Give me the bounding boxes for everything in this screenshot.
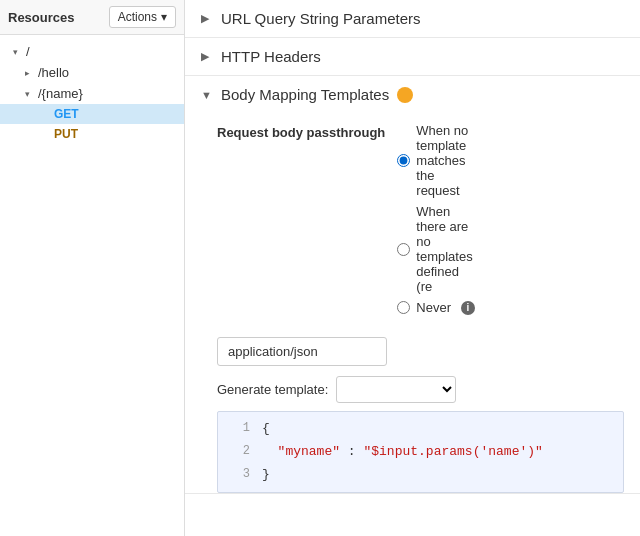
section-body-mapping: ▼ Body Mapping Templates Request body pa… — [185, 76, 640, 494]
line-num-3: 3 — [226, 465, 250, 486]
main-content: ▶ URL Query String Parameters ▶ HTTP Hea… — [185, 0, 640, 536]
sidebar-tree: ▾ / ▸ /hello ▾ /{name} GET PUT — [0, 35, 184, 536]
info-icon: i — [461, 301, 475, 315]
tree-label-get: GET — [54, 107, 79, 121]
tree-label-name: /{name} — [38, 86, 83, 101]
section-http-headers: ▶ HTTP Headers — [185, 38, 640, 76]
code-line-2: 2 "myname" : "$input.params('name')" — [218, 441, 623, 464]
section-http-headers-header[interactable]: ▶ HTTP Headers — [185, 38, 640, 75]
actions-label: Actions — [118, 10, 157, 24]
sidebar: Resources Actions ▾ ▾ / ▸ /hello ▾ /{nam… — [0, 0, 185, 536]
radio-label-3: Never — [416, 300, 451, 315]
radio-input-1[interactable] — [397, 154, 410, 167]
tree-item-get[interactable]: GET — [0, 104, 184, 124]
radio-option-3[interactable]: Never i — [397, 300, 475, 315]
line-content-1: { — [262, 419, 270, 440]
passthrough-row: Request body passthrough When no templat… — [185, 113, 640, 325]
content-type-input[interactable] — [217, 337, 387, 366]
section-url-query-arrow: ▶ — [201, 12, 213, 25]
collapse-icon-name: ▾ — [20, 87, 34, 101]
sidebar-title: Resources — [8, 10, 74, 25]
code-key: "myname" — [278, 444, 340, 459]
generate-label: Generate template: — [217, 382, 328, 397]
line-content-2: "myname" : "$input.params('name')" — [262, 442, 543, 463]
actions-chevron-icon: ▾ — [161, 10, 167, 24]
spacer-icon — [36, 107, 50, 121]
tree-label-root: / — [26, 44, 30, 59]
section-url-query-title: URL Query String Parameters — [221, 10, 421, 27]
radio-input-3[interactable] — [397, 301, 410, 314]
collapse-icon: ▾ — [8, 45, 22, 59]
radio-option-1[interactable]: When no template matches the request — [397, 123, 475, 198]
code-editor[interactable]: 1 { 2 "myname" : "$input.params('name')"… — [217, 411, 624, 493]
tree-item-put[interactable]: PUT — [0, 124, 184, 144]
tree-item-name[interactable]: ▾ /{name} — [0, 83, 184, 104]
template-area: Generate template: 1 { 2 "myname" : "$in… — [185, 325, 640, 493]
sidebar-header: Resources Actions ▾ — [0, 0, 184, 35]
tree-item-root[interactable]: ▾ / — [0, 41, 184, 62]
passthrough-label: Request body passthrough — [217, 123, 385, 140]
generate-row: Generate template: — [217, 376, 624, 403]
actions-button[interactable]: Actions ▾ — [109, 6, 176, 28]
radio-group: When no template matches the request Whe… — [397, 123, 475, 315]
bmt-status-icon — [397, 87, 413, 103]
spacer-icon-put — [36, 127, 50, 141]
code-val: "$input.params('name')" — [363, 444, 542, 459]
section-http-headers-arrow: ▶ — [201, 50, 213, 63]
generate-select[interactable] — [336, 376, 456, 403]
line-content-3: } — [262, 465, 270, 486]
bmt-arrow: ▼ — [201, 89, 213, 101]
code-line-3: 3 } — [218, 464, 623, 487]
radio-label-2: When there are no templates defined (re — [416, 204, 475, 294]
tree-label-hello: /hello — [38, 65, 69, 80]
radio-input-2[interactable] — [397, 243, 410, 256]
line-num-2: 2 — [226, 442, 250, 463]
tree-label-put: PUT — [54, 127, 78, 141]
expand-icon: ▸ — [20, 66, 34, 80]
radio-label-1: When no template matches the request — [416, 123, 475, 198]
section-http-headers-title: HTTP Headers — [221, 48, 321, 65]
code-line-1: 1 { — [218, 418, 623, 441]
bmt-header[interactable]: ▼ Body Mapping Templates — [185, 76, 640, 113]
section-url-query: ▶ URL Query String Parameters — [185, 0, 640, 38]
tree-item-hello[interactable]: ▸ /hello — [0, 62, 184, 83]
line-num-1: 1 — [226, 419, 250, 440]
bmt-title: Body Mapping Templates — [221, 86, 389, 103]
section-url-query-header[interactable]: ▶ URL Query String Parameters — [185, 0, 640, 37]
radio-option-2[interactable]: When there are no templates defined (re — [397, 204, 475, 294]
